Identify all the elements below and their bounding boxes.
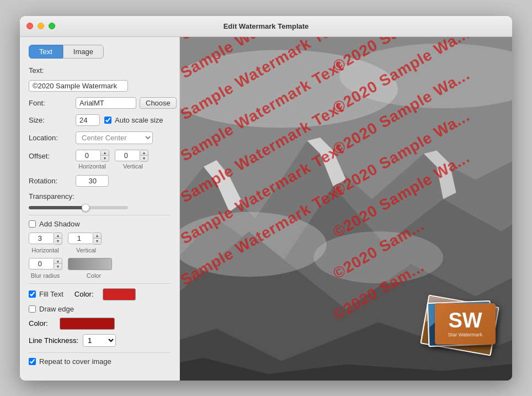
vertical-label: Vertical [116, 163, 150, 170]
tab-bar: Text Image [29, 45, 171, 59]
shadow-h-input[interactable] [29, 233, 54, 244]
sw-subtitle: Star Watermark [448, 332, 483, 337]
edge-color-swatch[interactable] [60, 318, 115, 330]
window-title: Edit Watermark Template [224, 22, 309, 30]
fill-text-row: Fill Text Color: [29, 288, 171, 300]
offset-group: ▲ ▼ ▲ ▼ Horizontal [76, 150, 150, 170]
add-shadow-label-row[interactable]: Add Shadow [29, 220, 80, 228]
offset-h-up[interactable]: ▲ [101, 150, 109, 156]
offset-label: Offset: [29, 152, 76, 160]
left-panel: Text Image Text: Font: Choose Size: [20, 37, 180, 381]
photo-stack-container: SW Star Watermark [407, 284, 496, 350]
tab-image[interactable]: Image [63, 45, 104, 59]
blur-arrows: ▲ ▼ [54, 258, 62, 270]
shadow-h-stepper: ▲ ▼ [29, 233, 62, 245]
offset-h-down[interactable]: ▼ [101, 156, 109, 161]
text-input-row [29, 80, 171, 92]
shadow-h-label: Horizontal [29, 247, 62, 254]
text-row: Text: [29, 66, 171, 75]
rotation-input[interactable] [76, 175, 109, 187]
fill-color-swatch[interactable] [103, 288, 136, 300]
repeat-label: Repeat to cover image [39, 357, 111, 366]
titlebar: Edit Watermark Template [20, 16, 512, 37]
blur-down[interactable]: ▼ [54, 264, 62, 270]
shadow-v-stepper: ▲ ▼ [68, 233, 102, 245]
minimize-button[interactable] [38, 23, 44, 29]
draw-edge-row: Draw edge [29, 305, 171, 313]
fill-text-checkbox[interactable] [29, 291, 36, 298]
transparency-label: Transparency: [29, 192, 76, 200]
blur-up[interactable]: ▲ [54, 258, 62, 264]
offset-row: Offset: ▲ ▼ ▲ [29, 150, 171, 170]
offset-inputs: ▲ ▼ ▲ ▼ [76, 150, 150, 162]
blur-radius-label: Blur radius [29, 272, 62, 279]
blur-input[interactable] [29, 258, 54, 270]
line-thickness-select[interactable]: 1 2 3 [83, 334, 116, 347]
shadow-inputs: ▲ ▼ ▲ ▼ [29, 233, 171, 245]
shadow-v-arrows: ▲ ▼ [93, 233, 102, 245]
location-select[interactable]: Center Center Top Left Top Right Bottom … [76, 131, 153, 144]
auto-scale-label: Auto scale size [115, 116, 163, 124]
blur-color-labels: Blur radius Color [29, 272, 171, 279]
font-row: Font: Choose [29, 97, 171, 109]
content-area: Text Image Text: Font: Choose Size: [20, 37, 512, 381]
shadow-labels: Horizontal Vertical [29, 247, 171, 254]
draw-edge-label: Draw edge [39, 305, 74, 313]
tab-text[interactable]: Text [29, 45, 63, 59]
offset-v-down[interactable]: ▼ [140, 156, 148, 161]
draw-edge-checkbox[interactable] [29, 305, 36, 313]
offset-v-arrows: ▲ ▼ [140, 150, 148, 162]
transparency-slider-track [29, 206, 128, 209]
font-input[interactable] [76, 97, 136, 109]
color-label: Color [77, 272, 110, 279]
sw-letters: SW [448, 310, 482, 331]
maximize-button[interactable] [49, 23, 55, 29]
main-window: Edit Watermark Template Text Image Text:… [20, 16, 512, 381]
location-label: Location: [29, 134, 76, 142]
offset-h-stepper: ▲ ▼ [76, 150, 109, 162]
location-row: Location: Center Center Top Left Top Rig… [29, 131, 171, 144]
slider-container [29, 206, 171, 209]
auto-scale-checkbox[interactable] [104, 117, 111, 124]
shadow-h-up[interactable]: ▲ [54, 233, 62, 239]
fill-text-label: Fill Text [39, 290, 63, 298]
shadow-v-up[interactable]: ▲ [93, 233, 101, 239]
font-label: Font: [29, 99, 76, 107]
add-shadow-label: Add Shadow [39, 220, 80, 228]
offset-v-up[interactable]: ▲ [140, 150, 148, 156]
rotation-label: Rotation: [29, 177, 76, 185]
blur-stepper: ▲ ▼ [29, 258, 62, 270]
offset-h-input[interactable] [76, 150, 101, 161]
text-input[interactable] [29, 80, 128, 92]
divider-3 [29, 352, 171, 353]
traffic-lights [26, 23, 55, 29]
transparency-row: Transparency: [29, 192, 171, 200]
shadow-h-down[interactable]: ▼ [54, 239, 62, 244]
shadow-color-swatch[interactable] [68, 258, 112, 270]
add-shadow-checkbox[interactable] [29, 220, 36, 228]
repeat-checkbox[interactable] [29, 358, 36, 365]
edge-color-label: Color: [29, 319, 55, 328]
line-thickness-row: Line Thickness: 1 2 3 [29, 334, 171, 347]
rotation-row: Rotation: [29, 175, 171, 187]
repeat-checkbox-row[interactable]: Repeat to cover image [29, 357, 111, 366]
transparency-slider-thumb[interactable] [82, 204, 89, 212]
draw-edge-checkbox-row[interactable]: Draw edge [29, 305, 74, 313]
shadow-v-label: Vertical [70, 247, 103, 254]
auto-scale-row[interactable]: Auto scale size [104, 116, 163, 124]
choose-font-button[interactable]: Choose [140, 97, 177, 109]
fill-text-checkbox-row[interactable]: Fill Text [29, 290, 63, 298]
offset-labels: Horizontal Vertical [76, 163, 150, 170]
size-input[interactable] [76, 114, 100, 126]
divider-2 [29, 283, 171, 284]
offset-v-input[interactable] [115, 150, 140, 161]
repeat-row: Repeat to cover image [29, 357, 171, 366]
add-shadow-row: Add Shadow [29, 220, 171, 228]
divider-1 [29, 215, 171, 215]
shadow-v-input[interactable] [68, 233, 93, 244]
preview-panel: ©2020 Sample Wate... ©2020 Sample Waterm… [180, 37, 512, 381]
close-button[interactable] [26, 23, 33, 29]
shadow-h-arrows: ▲ ▼ [54, 233, 62, 245]
shadow-v-down[interactable]: ▼ [93, 239, 101, 244]
fill-color-label: Color: [75, 290, 94, 298]
